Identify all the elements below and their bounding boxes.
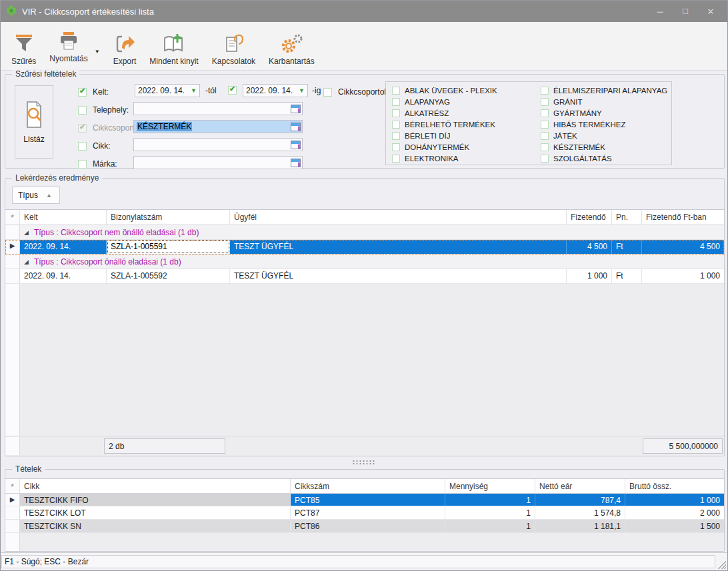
kelt-to-checkbox[interactable] — [228, 86, 237, 95]
column-header-ugyfel[interactable]: Ügyfél — [230, 210, 567, 225]
cikkcsoport-option[interactable]: GYÁRTMÁNY — [541, 109, 602, 117]
horizontal-splitter[interactable] — [5, 456, 723, 466]
cell-pn[interactable]: Ft — [612, 269, 642, 283]
cell-pn[interactable]: Ft — [612, 240, 642, 254]
column-header-kelt[interactable]: Kelt — [20, 210, 107, 225]
column-header-bizonylatszam[interactable]: Bizonylatszám — [107, 210, 230, 225]
table-row[interactable]: TESZTCIKK LOT PCT87 1 1 574,8 2 000 — [5, 506, 724, 520]
checkbox-icon[interactable] — [392, 143, 400, 151]
group-row[interactable]: ◢ Típus : Cikkcsoport nem önálló eladása… — [5, 225, 724, 240]
lookup-window-icon[interactable] — [291, 123, 301, 131]
print-button[interactable]: Nyomtatás — [43, 27, 94, 66]
checkbox-icon[interactable] — [392, 98, 400, 106]
resize-grip-icon[interactable] — [717, 560, 726, 569]
cikkcsoport-option[interactable]: HIBÁS TERMÉKHEZ — [541, 121, 625, 129]
cikkcsoport-field[interactable]: KÉSZTERMÉK — [133, 120, 303, 133]
cell-brutto-ossz[interactable]: 2 000 — [625, 506, 724, 519]
column-header-brutto-ossz[interactable]: Bruttó össz. — [625, 479, 724, 493]
print-dropdown-caret-icon[interactable]: ▼ — [95, 49, 100, 55]
marka-checkbox[interactable] — [78, 160, 87, 169]
maintenance-button[interactable]: Karbantartás — [262, 25, 321, 69]
lookup-window-icon[interactable] — [291, 105, 301, 113]
group-row[interactable]: ◢ Típus : Cikkcsoport önálló eladásai (1… — [5, 255, 724, 269]
cell-kelt[interactable]: 2022. 09. 14. — [20, 240, 107, 254]
cell-mennyiseg[interactable]: 1 — [445, 494, 535, 506]
table-row[interactable]: ▶ 2022. 09. 14. SZLA-1-005591 TESZT ÜGYF… — [5, 240, 724, 255]
checkbox-icon[interactable] — [541, 132, 549, 140]
close-button[interactable]: ✕ — [698, 1, 723, 22]
cell-brutto-ossz[interactable]: 1 000 — [625, 494, 724, 506]
cikkcsoport-option[interactable]: KÉSZTERMÉK — [541, 143, 605, 151]
cell-bizonylatszam[interactable]: SZLA-1-005592 — [107, 269, 230, 283]
connections-button[interactable]: Kapcsolatok — [205, 25, 262, 69]
cikkcsoport-option[interactable]: DOHÁNYTERMÉK — [392, 143, 469, 151]
cikkcsoport-option[interactable]: ELEKTRONIKA — [392, 155, 459, 163]
cell-cikkszam[interactable]: PCT85 — [291, 494, 445, 506]
column-header-fizetendo[interactable]: Fizetendő — [567, 210, 612, 225]
export-button[interactable]: Export — [107, 25, 143, 69]
column-header-cikkszam[interactable]: Cikkszám — [291, 479, 445, 493]
column-header-fizetendo-ft[interactable]: Fizetendő Ft-ban — [642, 210, 724, 225]
cell-ugyfel[interactable]: TESZT ÜGYFÉL — [230, 269, 567, 283]
cell-mennyiseg[interactable]: 1 — [445, 506, 535, 519]
cell-cikk[interactable]: TESZTCIKK LOT — [20, 506, 291, 519]
expand-all-button[interactable]: Mindent kinyit — [143, 25, 205, 69]
cell-ugyfel[interactable]: TESZT ÜGYFÉL — [230, 240, 567, 254]
collapse-triangle-icon[interactable]: ◢ — [24, 259, 29, 265]
maximize-button[interactable]: ☐ — [673, 1, 698, 22]
cell-fizetendo[interactable]: 1 000 — [567, 269, 612, 283]
lookup-window-icon[interactable] — [291, 159, 301, 167]
cikkcsoport-option[interactable]: GRÁNIT — [541, 98, 582, 106]
cikkcsoport-option[interactable]: ABLAK ÜVEGEK - PLEXIK — [392, 87, 497, 95]
cikkcsoport-option[interactable]: BÉRLETI DÍJ — [392, 132, 450, 140]
checkbox-icon[interactable] — [541, 121, 549, 129]
table-row[interactable]: ▶ TESZTCIKK FIFO PCT85 1 787,4 1 000 — [5, 494, 724, 506]
checkbox-icon[interactable] — [541, 87, 549, 95]
cell-cikkszam[interactable]: PCT87 — [291, 506, 445, 519]
lookup-window-icon[interactable] — [291, 141, 301, 149]
cikkcsoport-option[interactable]: SZOLGÁLTATÁS — [541, 155, 612, 163]
cell-fizetendo-ft[interactable]: 4 500 — [642, 240, 724, 254]
telephely-checkbox[interactable] — [78, 106, 87, 115]
cell-fizetendo-ft[interactable]: 1 000 — [642, 269, 724, 283]
list-button[interactable]: Listáz — [15, 85, 53, 159]
checkbox-icon[interactable] — [541, 143, 549, 151]
cikkcsoportok-checkbox[interactable] — [323, 88, 332, 97]
cell-mennyiseg[interactable]: 1 — [445, 520, 535, 532]
cikkcsoport-option[interactable]: ÉLELMISZERIPARI ALAPANYAG — [541, 87, 667, 95]
checkbox-icon[interactable] — [392, 121, 400, 129]
cell-cikk[interactable]: TESZTCIKK SN — [20, 520, 291, 532]
date-from-select[interactable]: 2022. 09. 14. ▼ — [135, 84, 200, 97]
kelt-checkbox[interactable] — [78, 88, 87, 97]
cell-cikk[interactable]: TESZTCIKK FIFO — [20, 494, 291, 506]
cikkcsoport-option[interactable]: ALKATRÉSZ — [392, 109, 449, 117]
group-by-field-button[interactable]: Típus ▲ — [12, 187, 60, 204]
checkbox-icon[interactable] — [541, 155, 549, 163]
date-to-select[interactable]: 2022. 09. 14. ▼ — [243, 84, 308, 97]
cell-bizonylatszam[interactable]: SZLA-1-005591 — [107, 240, 230, 254]
column-header-netto-ear[interactable]: Nettó eár — [535, 479, 625, 493]
cikkcsoport-option[interactable]: ALAPANYAG — [392, 98, 450, 106]
cikkcsoport-option[interactable]: BÉRELHETŐ TERMÉKEK — [392, 121, 495, 129]
cikkcsoport-option[interactable]: JÁTÉK — [541, 132, 577, 140]
column-header-cikk[interactable]: Cikk — [20, 479, 291, 493]
checkbox-icon[interactable] — [392, 155, 400, 163]
table-row[interactable]: TESZTCIKK SN PCT86 1 1 181,1 1 500 — [5, 520, 724, 533]
cell-netto-ear[interactable]: 787,4 — [535, 494, 625, 506]
filter-button[interactable]: Szűrés — [5, 25, 43, 69]
cell-cikkszam[interactable]: PCT86 — [291, 520, 445, 532]
table-row[interactable]: 2022. 09. 14. SZLA-1-005592 TESZT ÜGYFÉL… — [5, 269, 724, 284]
collapse-triangle-icon[interactable]: ◢ — [24, 229, 29, 236]
checkbox-icon[interactable] — [392, 87, 400, 95]
marka-field[interactable] — [133, 156, 303, 169]
cikk-checkbox[interactable] — [78, 142, 87, 151]
checkbox-icon[interactable] — [392, 132, 400, 140]
column-header-pn[interactable]: Pn. — [612, 210, 642, 225]
cell-brutto-ossz[interactable]: 1 500 — [625, 520, 724, 532]
minimize-button[interactable]: ─ — [647, 1, 673, 22]
cell-fizetendo[interactable]: 4 500 — [567, 240, 612, 254]
column-header-mennyiseg[interactable]: Mennyiség — [445, 479, 535, 493]
cell-kelt[interactable]: 2022. 09. 14. — [20, 269, 107, 283]
splitter-grip-icon[interactable] — [352, 460, 376, 464]
telephely-field[interactable] — [133, 102, 303, 115]
